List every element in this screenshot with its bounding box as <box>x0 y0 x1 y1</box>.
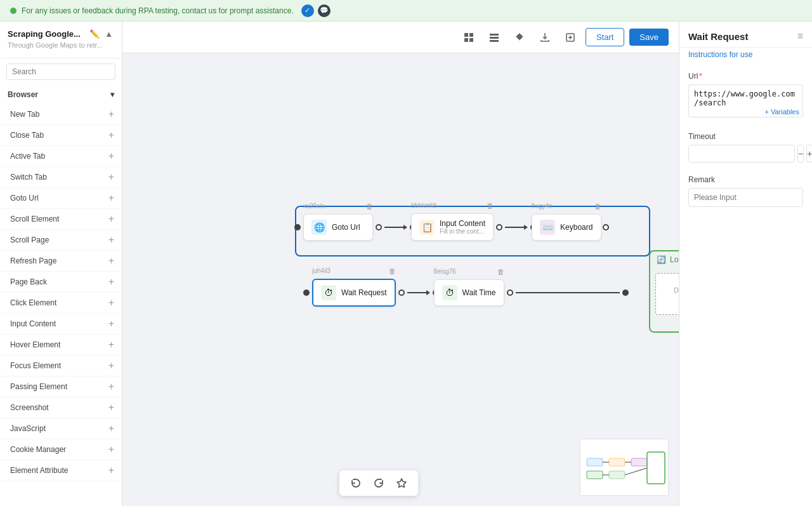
svg-rect-9 <box>587 458 603 466</box>
node-input-content[interactable]: 📋 Input Content Fill in the cont... <box>411 213 494 241</box>
mini-map-svg <box>580 439 669 496</box>
conn-out-r2-1 <box>398 290 405 296</box>
sidebar-item-click-element[interactable]: Click Element + <box>0 293 122 314</box>
page-back-label: Page Back <box>10 277 47 286</box>
node-wait-request[interactable]: ⏱ Wait Request <box>312 279 396 307</box>
sidebar-item-active-tab[interactable]: Active Tab + <box>0 146 122 167</box>
keyboard-icon: ⌨️ <box>540 220 555 235</box>
switch-tab-label: Switch Tab <box>10 173 47 182</box>
loop-drop-zone[interactable]: Drag & drop a block here <box>655 273 679 315</box>
sidebar-item-page-back[interactable]: Page Back + <box>0 272 122 293</box>
svg-rect-0 <box>464 33 468 37</box>
sidebar-item-switch-tab[interactable]: Switch Tab + <box>0 167 122 188</box>
node-input-content-wrapper: bbhkmkb 🗑 📋 Input Content Fill in the co… <box>411 213 494 241</box>
sidebar-item-cookie-manager[interactable]: Cookie Manager + <box>0 439 122 460</box>
add-cookie-manager-icon[interactable]: + <box>108 444 114 455</box>
conn-dot-left-2 <box>303 290 310 296</box>
input-content-label-node: Input Content <box>440 219 485 228</box>
panel-header: Wait Request ≡ <box>679 22 812 48</box>
main-layout: Scraping Google... ✏️ ▲ Through Google M… <box>0 22 812 506</box>
save-button[interactable]: Save <box>629 29 669 46</box>
import-button[interactable] <box>560 27 580 48</box>
node-id-8eisg76: 8eisg76 <box>434 268 456 275</box>
node-delete-8eisg76[interactable]: 🗑 <box>497 268 504 276</box>
add-refresh-page-icon[interactable]: + <box>108 255 114 267</box>
sidebar-item-input-content[interactable]: Input Content + <box>0 314 122 335</box>
refresh-page-label: Refresh Page <box>10 256 56 265</box>
sidebar-item-refresh-page[interactable]: Refresh Page + <box>0 251 122 272</box>
add-close-tab-icon[interactable]: + <box>108 130 114 141</box>
sidebar-item-scroll-page[interactable]: Scroll Page + <box>0 230 122 251</box>
add-input-content-icon[interactable]: + <box>108 318 114 330</box>
sidebar-item-goto-url[interactable]: Goto Url + <box>0 188 122 209</box>
screenshot-label: Screenshot <box>10 403 49 412</box>
export-button[interactable] <box>535 27 555 48</box>
url-input-wrapper: https://www.google.com/search + Variable… <box>688 84 803 119</box>
remark-input[interactable] <box>688 188 803 207</box>
add-switch-tab-icon[interactable]: + <box>108 171 114 183</box>
settings-button[interactable] <box>509 27 530 48</box>
add-focus-element-icon[interactable]: + <box>108 360 114 371</box>
browser-section-label: Browser <box>8 90 38 99</box>
loop-container: 🔄 Loop Element 🗑 Drag & drop a block her… <box>649 250 679 333</box>
conn-out-wt <box>507 290 513 296</box>
add-scroll-page-icon[interactable]: + <box>108 234 114 246</box>
add-scroll-element-icon[interactable]: + <box>108 213 114 225</box>
add-element-attribute-icon[interactable]: + <box>108 465 114 476</box>
svg-rect-11 <box>631 458 647 466</box>
add-goto-url-icon[interactable]: + <box>108 192 114 204</box>
panel-url-section: Url * https://www.google.com/search + Va… <box>679 65 812 126</box>
javascript-label: JavaScript <box>10 424 46 433</box>
favorite-button[interactable] <box>393 474 410 492</box>
redo-button[interactable] <box>370 474 388 492</box>
wait-time-icon: ⏱ <box>442 285 457 300</box>
sidebar-item-element-attribute[interactable]: Element Attribute + <box>0 460 122 481</box>
start-button[interactable]: Start <box>586 28 624 46</box>
add-click-element-icon[interactable]: + <box>108 297 114 309</box>
add-new-tab-icon[interactable]: + <box>108 109 114 120</box>
add-active-tab-icon[interactable]: + <box>108 150 114 162</box>
add-hover-element-icon[interactable]: + <box>108 339 114 350</box>
instructions-link[interactable]: Instructions for use <box>679 48 812 65</box>
sidebar-item-focus-element[interactable]: Focus Element + <box>0 356 122 376</box>
collapse-icon[interactable]: ▲ <box>103 28 114 40</box>
svg-rect-2 <box>464 38 468 42</box>
node-wait-time[interactable]: ⏱ Wait Time <box>434 279 504 306</box>
add-passing-element-icon[interactable]: + <box>108 381 114 392</box>
node-delete-frxgy4n[interactable]: 🗑 <box>594 203 601 210</box>
goto-url-label: Goto Url <box>10 194 39 203</box>
search-input[interactable] <box>6 63 115 80</box>
node-delete-bbhkmkb[interactable]: 🗑 <box>487 202 494 210</box>
panel-menu-icon[interactable]: ≡ <box>797 30 803 42</box>
undo-button[interactable] <box>347 474 365 492</box>
browser-section-header[interactable]: Browser ▾ <box>0 85 122 104</box>
svg-rect-3 <box>469 38 473 42</box>
sidebar-item-screenshot[interactable]: Screenshot + <box>0 397 122 418</box>
add-screenshot-icon[interactable]: + <box>108 402 114 413</box>
node-delete-juh4il3[interactable]: 🗑 <box>389 267 396 275</box>
timeout-decrease-button[interactable]: − <box>797 145 804 163</box>
variables-link[interactable]: + Variables <box>764 108 799 116</box>
focus-element-label: Focus Element <box>10 361 61 370</box>
node-id-frxgy4n: frxgy4n <box>532 203 553 210</box>
sidebar-item-passing-element[interactable]: Passing Element + <box>0 376 122 397</box>
node-delete-xs20els[interactable]: 🗑 <box>366 203 373 210</box>
sidebar-item-new-tab[interactable]: New Tab + <box>0 104 122 125</box>
sidebar-item-javascript[interactable]: JavaScript + <box>0 418 122 439</box>
sidebar-item-close-tab[interactable]: Close Tab + <box>0 125 122 146</box>
node-keyboard-wrapper: frxgy4n 🗑 ⌨️ Keyboard <box>532 214 601 241</box>
add-page-back-icon[interactable]: + <box>108 276 114 288</box>
edit-icon[interactable]: ✏️ <box>88 28 101 40</box>
keyboard-label-text: Keyboard <box>560 223 593 232</box>
node-goto-url[interactable]: 🌐 Goto Url <box>303 214 373 241</box>
node-goto-url-wrapper: xs20els 🗑 🌐 Goto Url <box>303 214 373 241</box>
timeout-increase-button[interactable]: + <box>806 145 812 163</box>
list-view-button[interactable] <box>484 27 504 48</box>
timeout-input[interactable]: 30000 <box>688 145 795 163</box>
sidebar-item-hover-element[interactable]: Hover Element + <box>0 335 122 356</box>
node-keyboard[interactable]: ⌨️ Keyboard <box>532 214 601 241</box>
sidebar-item-scroll-element[interactable]: Scroll Element + <box>0 209 122 230</box>
add-javascript-icon[interactable]: + <box>108 423 114 434</box>
grid-view-button[interactable] <box>459 27 479 48</box>
canvas-area[interactable]: xs20els 🗑 🌐 Goto Url <box>122 53 679 506</box>
